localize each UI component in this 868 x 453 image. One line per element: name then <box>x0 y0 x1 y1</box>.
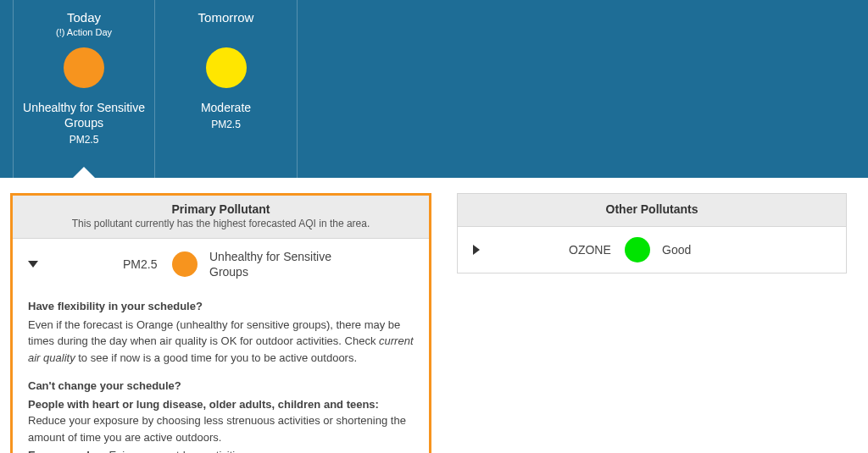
forecast-action-day: (!) Action Day <box>20 27 147 39</box>
other-pollutants-panel: Other Pollutants OZONE Good <box>457 193 847 273</box>
forecast-bar: Today (!) Action Day Unhealthy for Sensi… <box>0 0 868 178</box>
advice-text: Even if the forecast is Orange (unhealth… <box>28 317 414 367</box>
forecast-pollutant: PM2.5 <box>20 134 147 146</box>
panel-header: Other Pollutants <box>458 194 846 227</box>
forecast-category: Unhealthy for Sensitive Groups <box>20 100 147 130</box>
advice-text-strong: People with heart or lung disease, older… <box>28 398 379 411</box>
forecast-day-label: Today <box>20 10 147 25</box>
forecast-day-label: Tomorrow <box>162 10 290 25</box>
caret-right-icon[interactable] <box>473 245 480 255</box>
advice-text: People with heart or lung disease, older… <box>28 396 414 446</box>
pollutant-category: Good <box>662 242 691 257</box>
advice-text: Everyone else: Enjoy your outdoor activi… <box>28 447 414 453</box>
forecast-category: Moderate <box>162 100 290 115</box>
content-area: Primary Pollutant This pollutant current… <box>0 178 868 453</box>
panel-subtitle: This pollutant currently has the highest… <box>21 218 420 229</box>
advice-text-strong: Everyone else: <box>28 449 106 453</box>
aqi-circle-icon <box>172 251 198 277</box>
panel-title: Primary Pollutant <box>21 202 420 216</box>
panel-title: Other Pollutants <box>466 202 837 216</box>
pollutant-name: OZONE <box>569 243 611 257</box>
aqi-circle-icon <box>625 237 650 262</box>
selected-indicator-icon <box>72 167 96 179</box>
primary-pollutant-panel: Primary Pollutant This pollutant current… <box>10 193 431 453</box>
advice-heading: Have flexibility in your schedule? <box>28 298 414 315</box>
forecast-pollutant: PM2.5 <box>162 119 290 130</box>
advice-text-part: Even if the forecast is Orange (unhealth… <box>28 318 400 348</box>
advice-body: Have flexibility in your schedule? Even … <box>13 290 429 453</box>
advice-text-part: Enjoy your outdoor activities. <box>106 449 250 453</box>
advice-text-part: to see if now is a good time for you to … <box>75 351 357 364</box>
aqi-circle-icon <box>64 47 104 88</box>
pollutant-category: Unhealthy for Sensitive Groups <box>209 249 345 279</box>
pollutant-name: PM2.5 <box>123 257 159 271</box>
other-pollutant-row[interactable]: OZONE Good <box>458 227 846 273</box>
primary-pollutant-row[interactable]: PM2.5 Unhealthy for Sensitive Groups <box>13 239 429 290</box>
panel-header: Primary Pollutant This pollutant current… <box>13 196 429 239</box>
aqi-circle-icon <box>206 47 247 88</box>
advice-heading: Can't change your schedule? <box>28 378 414 395</box>
forecast-card-tomorrow[interactable]: Tomorrow Moderate PM2.5 <box>155 0 298 178</box>
forecast-card-today[interactable]: Today (!) Action Day Unhealthy for Sensi… <box>13 0 155 178</box>
forecast-action-day <box>162 27 290 39</box>
caret-down-icon[interactable] <box>28 261 38 268</box>
advice-text-part: Reduce your exposure by choosing less st… <box>28 414 406 444</box>
